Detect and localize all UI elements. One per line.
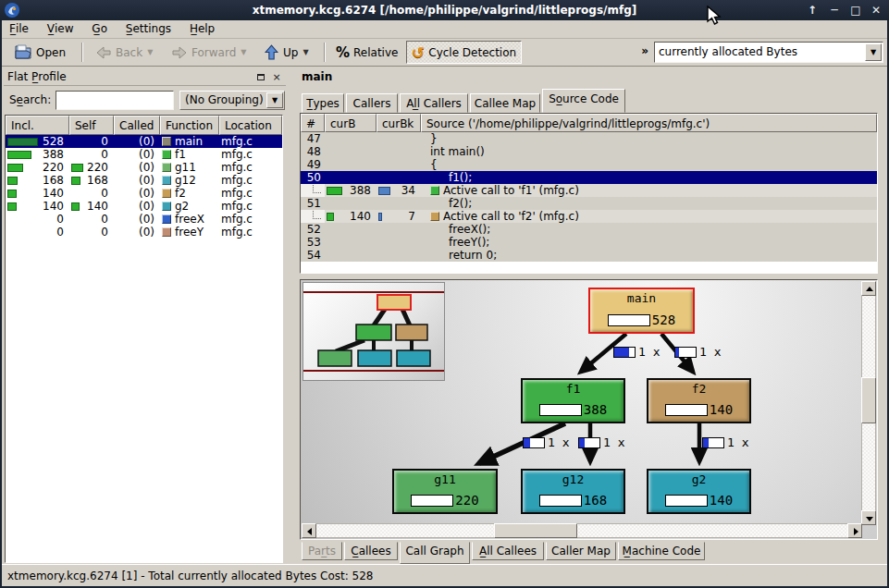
chevron-down-icon[interactable]: ▼ [266,92,283,108]
tab-types[interactable]: T̲ypes [302,93,344,113]
tab-callee-map[interactable]: Callee Map [470,93,540,113]
graph-node-f2[interactable]: f2 140 [647,378,751,423]
self-cost-bar [71,164,83,172]
column-called[interactable]: Called [114,116,160,135]
forward-dropdown-icon[interactable]: ▼ [241,48,246,56]
column-line-number[interactable]: # [301,114,325,132]
table-row-g11[interactable]: 220 220 (0) g11 mfg.c [6,161,282,174]
scroll-up-icon[interactable] [861,281,876,296]
graph-node-g11[interactable]: g11 220 [392,469,498,514]
source-call-annotation[interactable]: 388 34 Active call to 'f1' (mfg.c) [301,184,877,197]
node-label: f2 [648,382,749,396]
graph-node-main[interactable]: main 528 [588,288,695,334]
tab-callees[interactable]: C̲allees [344,542,398,560]
tab-all-callers[interactable]: Al̲l Callers [400,93,468,113]
table-row-main[interactable]: 528 0 (0) main mfg.c [6,135,282,148]
scroll-thumb[interactable] [861,377,876,423]
dock-close-icon[interactable]: × [270,71,283,84]
back-dropdown-icon[interactable]: ▼ [147,48,153,56]
edge-label-f1-g12: 1 x [578,435,624,449]
column-location[interactable]: Location [219,116,282,135]
edge-label-main-f1: 1 x [613,345,660,359]
column-function[interactable]: Function [160,116,219,135]
source-line[interactable]: 54 return 0; [301,249,877,262]
function-name: freeX [175,213,204,226]
tab-caller-map[interactable]: Caller Map [546,542,616,560]
source-call-annotation[interactable]: 140 7 Active call to 'f2' (mfg.c) [301,210,877,223]
code-text: f2(); [421,197,877,210]
table-row-f2[interactable]: 140 0 (0) f2 mfg.c [6,187,282,200]
menu-help[interactable]: H̲elp [182,20,222,39]
maximize-icon[interactable]: □ [847,3,864,18]
table-row-f1[interactable]: 388 0 (0) f1 mfg.c [6,148,282,161]
toolbar-separator [324,43,326,62]
column-source[interactable]: Source ('/home/philippe/valgrind/littlep… [421,114,877,132]
graph-overview-minimap[interactable] [303,282,445,381]
titlebar[interactable]: xtmemory.kcg.6274 [/home/philippe/valgri… [0,0,889,20]
scroll-down-icon[interactable] [861,510,876,525]
tab-callers[interactable]: Callers [346,93,398,113]
table-row-freeY[interactable]: 0 0 (0) freeY mfg.c [6,226,282,239]
source-line[interactable]: 53 freeY(); [301,236,877,249]
location: mfg.c [221,148,253,161]
event-type-combobox[interactable]: currently allocated Bytes ▼ [654,42,883,63]
minimap-content [303,283,444,380]
menu-settings[interactable]: S̲ettings [118,20,179,39]
search-input[interactable] [56,91,174,110]
source-line[interactable]: 52 freeX(); [301,223,877,236]
source-line[interactable]: 47 } [301,132,877,145]
source-line-selected[interactable]: 50 f1(); [301,171,877,184]
chevron-down-icon[interactable]: ▼ [865,43,882,61]
forward-button[interactable]: Forward ▼ [167,41,251,64]
call-graph-panel[interactable]: main 528 f1 388 f2 140 g11 220 g12 168 g… [300,279,878,540]
status-text: xtmemory.kcg.6274 [1] - Total currently … [7,570,373,582]
graph-vscrollbar[interactable] [861,281,876,525]
menu-file[interactable]: F̲ile [2,20,36,39]
grouping-combobox[interactable]: (No Grouping) ▼ [179,91,285,110]
scroll-left-icon[interactable] [302,523,316,538]
source-line[interactable]: 49 { [301,158,877,171]
open-button[interactable]: Open [9,41,70,64]
graph-node-f1[interactable]: f1 388 [521,378,625,423]
function-color-swatch [162,176,171,185]
call-graph-canvas[interactable]: main 528 f1 388 f2 140 g11 220 g12 168 g… [301,280,862,524]
column-curb[interactable]: curB [325,114,377,132]
cycle-detection-button[interactable]: ↺ Cycle Detection [406,41,522,64]
menu-go[interactable]: G̲o [84,20,115,39]
graph-node-g12[interactable]: g12 168 [521,469,625,514]
scroll-thumb[interactable] [494,523,577,538]
application-window: { "window": { "title": "xtmemory.kcg.627… [0,0,889,588]
tab-all-callees[interactable]: A̲ll Callees [472,542,544,560]
column-self[interactable]: Self [69,116,114,135]
graph-hscrollbar[interactable] [302,523,862,538]
table-row-g12[interactable]: 168 168 (0) g12 mfg.c [6,174,282,187]
minimize-icon[interactable]: ─ [826,3,843,18]
tab-parts[interactable]: Par̲ts [302,542,342,560]
back-label: Back [116,46,142,59]
column-curbk[interactable]: curBk [377,114,421,132]
menubar: F̲ile V̲iew G̲o S̲ettings H̲elp [2,20,887,39]
tab-machine-code[interactable]: M̲achine Code [618,542,705,560]
scroll-right-icon[interactable] [847,523,862,538]
up-dropdown-icon[interactable]: ▼ [303,48,308,56]
incl-value: 0 [56,213,64,226]
source-line[interactable]: 51 f2(); [301,197,877,210]
dock-float-icon[interactable] [254,71,267,84]
tab-source-code[interactable]: So̲urce Code [542,89,625,113]
shade-icon[interactable]: ↑ [804,3,821,18]
function-color-swatch [430,212,439,221]
up-button[interactable]: Up ▼ [259,41,314,64]
table-row-g2[interactable]: 140 140 (0) g2 mfg.c [6,200,282,213]
toolbar-overflow-icon[interactable]: » [641,44,648,57]
dock-header[interactable]: Flat P̲rofile × [4,68,286,86]
close-icon[interactable]: ✕ [868,3,884,18]
column-incl[interactable]: Incl. [6,116,69,135]
curbk-value: 34 [401,184,415,197]
source-line[interactable]: 48 int main() [301,145,877,158]
graph-node-g2[interactable]: g2 140 [647,469,751,514]
tab-call-graph[interactable]: Call Graph [400,542,470,564]
relative-button[interactable]: % Relative [331,41,402,64]
menu-view[interactable]: V̲iew [40,20,81,39]
back-button[interactable]: Back ▼ [91,41,157,64]
table-row-freeX[interactable]: 0 0 (0) freeX mfg.c [6,213,282,226]
